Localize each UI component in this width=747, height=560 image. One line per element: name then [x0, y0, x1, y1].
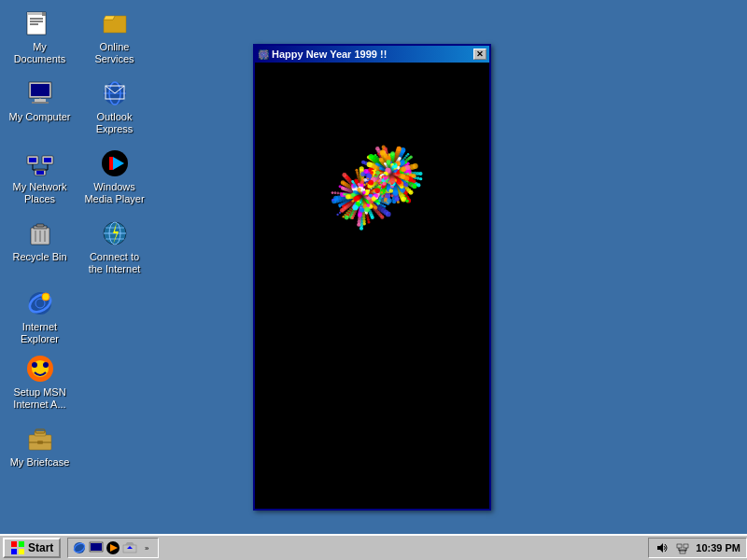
- svg-marker-7: [104, 16, 115, 20]
- taskbar-chevron-icon[interactable]: »: [139, 540, 154, 555]
- svg-rect-10: [35, 99, 46, 102]
- system-clock: 10:39 PM: [696, 542, 740, 553]
- svg-rect-74: [680, 550, 685, 553]
- svg-point-51: [32, 362, 37, 368]
- my-briefcase-icon: [25, 424, 55, 454]
- window-title: 🎆 Happy New Year 1999 !!: [258, 49, 387, 60]
- window-controls: ✕: [473, 49, 486, 60]
- desktop-icon-recycle-bin[interactable]: Recycle Bin: [5, 215, 75, 267]
- svg-rect-9: [31, 84, 49, 96]
- taskbar-system-tray: 10:39 PM: [648, 538, 747, 558]
- taskbar-volume-icon[interactable]: [655, 540, 669, 555]
- window-content: [255, 63, 489, 509]
- window-titlebar: 🎆 Happy New Year 1999 !! ✕: [255, 46, 489, 63]
- start-label: Start: [28, 541, 53, 554]
- svg-point-48: [42, 293, 49, 301]
- my-network-places-label: My Network Places: [8, 181, 71, 205]
- taskbar-show-desktop-icon[interactable]: [89, 540, 104, 555]
- desktop-icon-connect-internet[interactable]: Connect to the Internet: [79, 215, 149, 279]
- recycle-bin-icon: [25, 218, 55, 248]
- desktop-icon-windows-media-player[interactable]: Windows Media Player: [79, 145, 149, 209]
- my-computer-label: My Computer: [8, 111, 70, 123]
- start-button[interactable]: Start: [3, 538, 61, 558]
- desktop-icon-my-documents[interactable]: My Documents: [5, 5, 75, 69]
- outlook-express-icon: [100, 78, 130, 108]
- my-computer-icon: [25, 78, 55, 108]
- my-network-places-icon: [25, 148, 55, 178]
- svg-marker-69: [125, 542, 134, 545]
- svg-rect-59: [19, 541, 24, 547]
- taskbar-ie-icon[interactable]: [72, 540, 87, 555]
- svg-rect-11: [32, 102, 49, 104]
- svg-point-12: [39, 97, 41, 99]
- svg-rect-72: [677, 544, 682, 548]
- my-documents-label: My Documents: [8, 41, 71, 65]
- window-close-button[interactable]: ✕: [473, 49, 486, 60]
- desktop-icon-my-computer[interactable]: My Computer: [5, 75, 75, 127]
- desktop-icon-my-briefcase[interactable]: My Briefcase: [5, 420, 75, 472]
- svg-rect-61: [19, 549, 24, 554]
- svg-rect-73: [684, 544, 688, 548]
- svg-rect-58: [11, 541, 17, 547]
- setup-msn-icon: [25, 354, 55, 384]
- internet-explorer-label: Internet Explorer: [8, 321, 71, 345]
- svg-marker-31: [109, 157, 113, 170]
- svg-point-52: [43, 362, 49, 368]
- desktop-icon-online-services[interactable]: Online Services: [79, 5, 149, 69]
- svg-marker-71: [657, 543, 663, 553]
- connect-internet-icon: [100, 218, 130, 248]
- desktop-icon-my-network-places[interactable]: My Network Places: [5, 145, 75, 209]
- outlook-express-label: Outlook Express: [83, 111, 146, 135]
- svg-rect-28: [36, 171, 44, 175]
- svg-rect-60: [11, 549, 17, 554]
- desktop-icon-internet-explorer[interactable]: Internet Explorer: [5, 285, 75, 349]
- taskbar-extra-icon[interactable]: [122, 540, 137, 555]
- my-briefcase-label: My Briefcase: [10, 456, 70, 469]
- setup-msn-label: Setup MSN Internet A...: [8, 386, 71, 411]
- online-services-icon: [100, 8, 130, 38]
- taskbar-media-icon[interactable]: [106, 540, 120, 555]
- online-services-label: Online Services: [83, 41, 146, 65]
- internet-explorer-icon: [25, 288, 55, 318]
- desktop-icon-outlook-express[interactable]: Outlook Express: [79, 75, 149, 139]
- my-documents-icon: [25, 8, 55, 38]
- windows-logo-icon: [10, 540, 25, 555]
- connect-internet-label: Connect to the Internet: [83, 251, 146, 275]
- svg-rect-35: [36, 224, 44, 227]
- taskbar-quick-launch: »: [67, 538, 159, 558]
- happy-new-year-window: 🎆 Happy New Year 1999 !! ✕: [253, 44, 491, 511]
- recycle-bin-label: Recycle Bin: [12, 251, 66, 263]
- windows-media-player-label: Windows Media Player: [83, 181, 146, 205]
- taskbar: Start »: [0, 534, 747, 560]
- svg-rect-27: [44, 158, 51, 162]
- windows-media-player-icon: [100, 148, 130, 178]
- svg-rect-65: [91, 543, 102, 551]
- desktop-icon-setup-msn[interactable]: Setup MSN Internet A...: [5, 350, 75, 414]
- taskbar-network-icon[interactable]: [675, 540, 690, 555]
- fireworks-display: [255, 63, 489, 509]
- svg-rect-26: [29, 158, 36, 162]
